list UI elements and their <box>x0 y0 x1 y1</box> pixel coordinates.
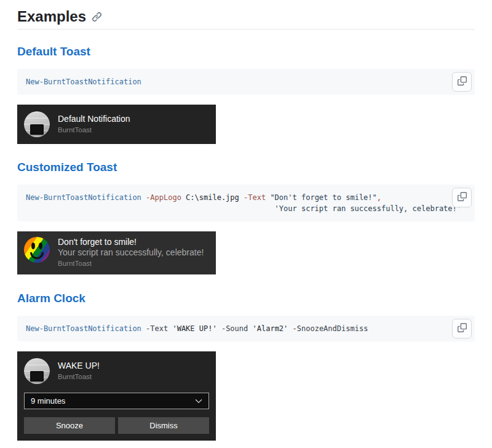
code-token: -Text <box>146 324 168 333</box>
section-heading-default-toast[interactable]: Default Toast <box>17 44 475 59</box>
toast-app-name: BurntToast <box>58 372 100 382</box>
copy-code-button[interactable] <box>452 188 472 207</box>
copy-icon <box>458 192 467 203</box>
code-token: New-BurntToastNotification <box>26 324 141 333</box>
snooze-button: Snooze <box>24 417 115 434</box>
smiley-mouth <box>30 252 44 259</box>
section-heading-alarm-clock[interactable]: Alarm Clock <box>17 291 475 306</box>
toast-screenshot-default: Default Notification BurntToast <box>17 105 216 144</box>
code-token: 'WAKE UP!' <box>172 324 216 333</box>
snooze-duration-value: 9 minutes <box>31 396 65 406</box>
rainbow-smiley-logo <box>24 237 50 263</box>
code-snippet: New-BurntToastNotification <box>17 69 475 95</box>
snooze-duration-select: 9 minutes <box>24 393 209 409</box>
code-token: -SnoozeAndDismiss <box>293 324 368 333</box>
toast-title: Don't forget to smile! <box>58 237 204 247</box>
code-token: -Sound <box>221 324 248 333</box>
page-title-text: Examples <box>17 7 86 26</box>
docs-page: Examples Default Toast New-BurntToastNot… <box>0 0 492 441</box>
copy-code-button[interactable] <box>452 72 472 92</box>
code-token: -Text <box>244 193 266 202</box>
toast-app-name: BurntToast <box>58 126 130 135</box>
section-heading-customized-toast[interactable]: Customized Toast <box>17 160 475 175</box>
heading-divider <box>17 29 475 30</box>
smiley-eye <box>39 242 42 249</box>
burnt-toast-image <box>30 371 44 382</box>
code-token: "Don't forget to smile!" <box>270 193 376 202</box>
code-token: -AppLogo <box>146 193 181 202</box>
toast-title: Default Notification <box>58 114 130 124</box>
copy-icon <box>458 323 467 334</box>
toast-body: Your script ran successfully, celebrate! <box>58 247 204 258</box>
code-token: New-BurntToastNotification <box>26 193 141 202</box>
code-token: 'Your script ran successfully, celebrate… <box>275 204 461 213</box>
code-snippet: New-BurntToastNotification -Text 'WAKE U… <box>17 316 475 342</box>
burnttoast-app-logo <box>24 358 50 384</box>
code-block-default: New-BurntToastNotification <box>17 69 475 95</box>
burnttoast-app-logo <box>24 111 50 137</box>
code-token: 'Alarm2' <box>253 324 288 333</box>
burnt-toast-image <box>30 124 44 135</box>
toast-app-name: BurntToast <box>58 259 204 268</box>
code-snippet: New-BurntToastNotification -AppLogo C:\s… <box>17 185 475 222</box>
copy-icon <box>458 76 467 87</box>
code-token: New-BurntToastNotification <box>26 78 141 86</box>
page-title: Examples <box>17 0 475 26</box>
copy-code-button[interactable] <box>452 319 472 338</box>
toast-title: WAKE UP! <box>58 361 100 371</box>
link-icon[interactable] <box>92 12 102 22</box>
dismiss-button: Dismiss <box>118 417 209 434</box>
smiley-eye <box>31 242 35 249</box>
toast-screenshot-customized: Don't forget to smile! Your script ran s… <box>17 231 216 274</box>
code-block-customized: New-BurntToastNotification -AppLogo C:\s… <box>17 185 475 222</box>
code-block-alarm: New-BurntToastNotification -Text 'WAKE U… <box>17 316 475 342</box>
chevron-down-icon <box>195 396 202 406</box>
toast-screenshot-alarm: WAKE UP! BurntToast 9 minutes Snooze Dis… <box>17 351 216 441</box>
